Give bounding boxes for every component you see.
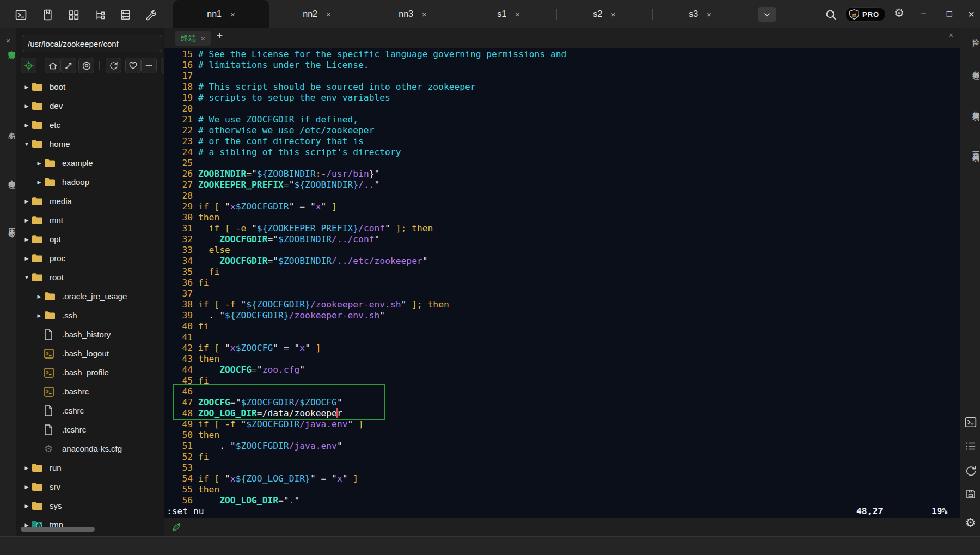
terminal-screen[interactable]: 15# See the License for the specific lan… bbox=[164, 48, 960, 518]
tree-item-.cshrc[interactable]: .cshrc bbox=[16, 401, 164, 420]
horizontal-scrollbar[interactable] bbox=[21, 527, 95, 532]
refresh-icon[interactable] bbox=[960, 465, 980, 477]
tree-item-.bash_history[interactable]: .bash_history bbox=[16, 325, 164, 344]
tree-item-srv[interactable]: ▶srv bbox=[16, 477, 164, 496]
left-rail-item-3[interactable]: 命令管理 bbox=[0, 174, 16, 178]
session-tab-s2[interactable]: s2× bbox=[556, 0, 652, 28]
tree-item-mnt[interactable]: ▶mnt bbox=[16, 211, 164, 230]
chevron-right-icon[interactable]: ▶ bbox=[34, 294, 44, 299]
tree-item-example[interactable]: ▶example bbox=[16, 153, 164, 172]
terminal-tab[interactable]: 终端 × bbox=[175, 31, 211, 46]
tree-item-.oracle_jre_usage[interactable]: ▶.oracle_jre_usage bbox=[16, 287, 164, 306]
tree-item-.tcshrc[interactable]: .tcshrc bbox=[16, 420, 164, 439]
locate-icon[interactable] bbox=[21, 58, 36, 73]
wrench-icon[interactable] bbox=[144, 8, 157, 21]
resize-icon[interactable] bbox=[60, 58, 76, 73]
tab-close-icon[interactable]: × bbox=[326, 10, 331, 19]
tree-item-.bashrc[interactable]: .bashrc bbox=[16, 382, 164, 401]
line-number: 33 bbox=[164, 245, 193, 256]
pro-badge[interactable]: PRO bbox=[845, 7, 886, 22]
right-rail-item-4[interactable]: 下载列表 bbox=[960, 146, 980, 150]
left-rail-item-1[interactable]: 文件管理 bbox=[0, 45, 16, 49]
chevron-down-icon[interactable]: ▼ bbox=[22, 275, 32, 280]
close-button[interactable]: × bbox=[964, 7, 979, 21]
tree-item-home[interactable]: ▼home bbox=[16, 134, 164, 153]
chevron-right-icon[interactable]: ▶ bbox=[22, 199, 32, 204]
tab-close-icon[interactable]: × bbox=[611, 10, 616, 19]
server-icon[interactable] bbox=[119, 8, 132, 21]
tree-item-.bash_profile[interactable]: .bash_profile bbox=[16, 363, 164, 382]
tree-item-anaconda-ks.cfg[interactable]: ⚙anaconda-ks.cfg bbox=[16, 439, 164, 458]
collapse-panel-icon[interactable]: × bbox=[0, 36, 16, 45]
left-rail-item-2[interactable]: 小易 bbox=[0, 126, 16, 128]
tree-item-etc[interactable]: ▶etc bbox=[16, 115, 164, 134]
chevron-right-icon[interactable]: ▶ bbox=[22, 218, 32, 223]
terminal-tab-close-icon[interactable]: × bbox=[201, 34, 205, 42]
terminal-icon[interactable] bbox=[960, 416, 980, 428]
terminal-tab-label: 终端 bbox=[181, 34, 196, 44]
tree-item-root[interactable]: ▼root bbox=[16, 268, 164, 287]
refresh-icon[interactable] bbox=[106, 58, 121, 73]
session-tab-nn3[interactable]: nn3× bbox=[365, 0, 461, 28]
tree-item-media[interactable]: ▶media bbox=[16, 192, 164, 211]
tab-close-icon[interactable]: × bbox=[707, 10, 712, 19]
chevron-right-icon[interactable]: ▶ bbox=[22, 522, 32, 527]
maximize-button[interactable]: □ bbox=[942, 7, 957, 21]
tree-item-dev[interactable]: ▶dev bbox=[16, 96, 164, 115]
chevron-right-icon[interactable]: ▶ bbox=[34, 313, 44, 318]
chevron-right-icon[interactable]: ▶ bbox=[22, 484, 32, 490]
tab-close-icon[interactable]: × bbox=[230, 10, 235, 19]
terminal-panel-close-icon[interactable]: × bbox=[948, 30, 953, 40]
tree-item-sys[interactable]: ▶sys bbox=[16, 496, 164, 515]
layout-icon[interactable] bbox=[67, 8, 80, 21]
search-icon[interactable] bbox=[824, 8, 837, 21]
tree-item-proc[interactable]: ▶proc bbox=[16, 249, 164, 268]
chevron-right-icon[interactable]: ▶ bbox=[22, 256, 32, 261]
session-tab-nn1[interactable]: nn1× bbox=[173, 0, 269, 28]
tree-item-label: .bash_profile bbox=[62, 368, 109, 377]
tree-item-hadoop[interactable]: ▶hadoop bbox=[16, 172, 164, 192]
list-icon[interactable] bbox=[960, 440, 980, 452]
tree-item-opt[interactable]: ▶opt bbox=[16, 230, 164, 249]
right-rail-item-3[interactable]: 上传列表 bbox=[960, 105, 980, 109]
line-number: 49 bbox=[164, 419, 193, 430]
tab-close-icon[interactable]: × bbox=[515, 10, 520, 19]
session-tab-s3[interactable]: s3× bbox=[652, 0, 748, 28]
chevron-right-icon[interactable]: ▶ bbox=[22, 503, 32, 509]
gear-icon[interactable]: ⚙ bbox=[960, 516, 980, 530]
tab-close-icon[interactable]: × bbox=[422, 10, 427, 19]
line-number: 51 bbox=[164, 441, 193, 452]
tree-item-run[interactable]: ▶run bbox=[16, 458, 164, 477]
tree-item-.bash_logout[interactable]: .bash_logout bbox=[16, 344, 164, 363]
chevron-right-icon[interactable]: ▶ bbox=[34, 161, 44, 166]
settings-gear-icon[interactable]: ⚙ bbox=[894, 7, 904, 20]
chevron-right-icon[interactable]: ▶ bbox=[22, 84, 32, 90]
right-rail-item-2[interactable]: 书签管理 bbox=[960, 65, 980, 70]
chevron-right-icon[interactable]: ▶ bbox=[22, 103, 32, 109]
chevron-right-icon[interactable]: ▶ bbox=[22, 237, 32, 242]
session-tab-s1[interactable]: s1× bbox=[461, 0, 556, 28]
new-terminal-button[interactable]: + bbox=[217, 30, 223, 42]
path-input[interactable] bbox=[22, 35, 162, 52]
chevron-down-icon[interactable]: ▼ bbox=[22, 141, 32, 147]
tab-overflow-button[interactable] bbox=[758, 7, 776, 22]
more-icon[interactable] bbox=[141, 58, 157, 73]
home-icon[interactable] bbox=[45, 58, 60, 73]
tree-item-.ssh[interactable]: ▶.ssh bbox=[16, 306, 164, 325]
save-icon[interactable] bbox=[960, 489, 980, 499]
tree-item-boot[interactable]: ▶boot bbox=[16, 77, 164, 96]
tree-item-label: .bash_history bbox=[62, 330, 111, 339]
eye-icon[interactable] bbox=[78, 58, 94, 73]
left-rail-item-4[interactable]: 历史命令 bbox=[0, 222, 16, 226]
chevron-right-icon[interactable]: ▶ bbox=[34, 180, 44, 185]
session-tab-nn2[interactable]: nn2× bbox=[269, 0, 365, 28]
terminal-icon[interactable] bbox=[14, 8, 27, 21]
new-session-icon[interactable] bbox=[41, 8, 54, 21]
heart-icon[interactable] bbox=[125, 58, 141, 73]
right-rail-item-1[interactable]: 监控 bbox=[960, 33, 980, 35]
chevron-right-icon[interactable]: ▶ bbox=[22, 465, 32, 471]
minimize-button[interactable]: − bbox=[916, 7, 931, 21]
sitemap-icon[interactable] bbox=[93, 8, 106, 21]
chevron-right-icon[interactable]: ▶ bbox=[22, 122, 32, 128]
tree-item-tmp[interactable]: ▶tmp bbox=[16, 515, 164, 527]
